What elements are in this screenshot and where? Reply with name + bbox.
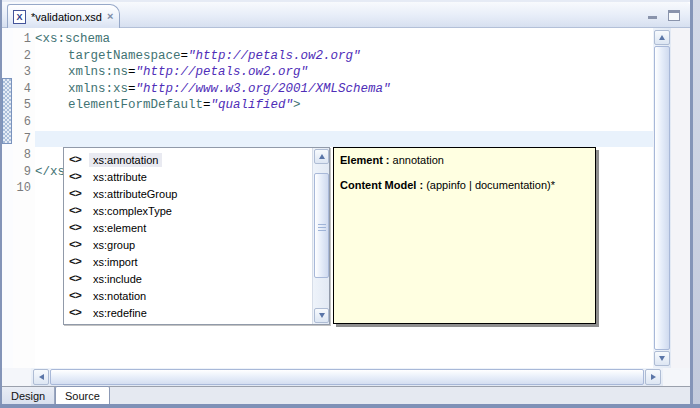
range-indicator	[2, 78, 12, 144]
line-number: 1	[13, 31, 35, 48]
horizontal-scrollbar-thumb[interactable]	[50, 369, 644, 385]
content-assist-item-label: xs:group	[89, 238, 139, 252]
scroll-right-icon[interactable]	[645, 369, 661, 385]
xml-element-icon: <>	[69, 187, 89, 200]
code-token-eq: =	[181, 49, 189, 63]
code-token-val: "http://www.w3.org/2001/XMLSchema"	[136, 82, 391, 96]
line-number-ruler[interactable]: 12345678910	[13, 28, 35, 368]
code-token-tag: <xs:schema	[35, 32, 110, 46]
scroll-up-icon[interactable]	[654, 30, 670, 45]
code-line[interactable]: xmlns:xs="http://www.w3.org/2001/XMLSche…	[35, 81, 653, 98]
line-number: 4	[13, 81, 35, 98]
minimize-view-icon[interactable]	[648, 10, 658, 20]
xsd-editor-window: X *validation.xsd × 12345678910 <xs:sche…	[0, 0, 700, 408]
window-frame-bottom	[0, 404, 700, 408]
xml-element-icon: <>	[69, 272, 89, 285]
scroll-down-icon[interactable]	[654, 351, 670, 366]
code-line[interactable]: xmlns:ns="http://petals.ow2.org"	[35, 64, 653, 81]
tab-validation-xsd[interactable]: X *validation.xsd ×	[7, 4, 120, 28]
scroll-left-icon[interactable]	[33, 369, 49, 385]
xml-element-icon: <>	[69, 221, 89, 234]
scroll-up-icon[interactable]	[314, 149, 329, 164]
content-assist-item-label: xs:include	[89, 272, 146, 286]
code-token-attr: xmlns:ns	[68, 65, 128, 79]
vertical-scrollbar-thumb[interactable]	[654, 46, 670, 350]
xml-element-icon: <>	[69, 306, 89, 319]
code-token-attr: targetNamespace	[68, 49, 181, 63]
line-number: 10	[13, 180, 35, 197]
tab-close-icon[interactable]: ×	[107, 11, 113, 22]
code-token-eq: =	[203, 98, 211, 112]
scroll-down-icon[interactable]	[314, 308, 329, 323]
content-assist-item[interactable]: <>xs:notation	[65, 287, 311, 304]
code-token-eq: =	[128, 82, 136, 96]
window-frame-outer	[693, 0, 700, 408]
code-token-attr: elementFormDefault	[68, 98, 203, 112]
tooltip-element-line: Element : annotation	[340, 153, 589, 167]
code-token-tag: >	[293, 98, 301, 112]
xml-element-icon: <>	[69, 238, 89, 251]
content-assist-item[interactable]: <>xs:complexType	[65, 202, 311, 219]
code-line[interactable]	[35, 114, 653, 131]
line-number: 6	[13, 114, 35, 131]
content-assist-item[interactable]: <>xs:annotation	[65, 151, 311, 168]
xml-element-icon: <>	[69, 255, 89, 268]
code-line[interactable]: <xs:schema	[35, 31, 653, 48]
tab-source[interactable]: Source	[55, 386, 110, 405]
content-assist-item[interactable]: <>xs:group	[65, 236, 311, 253]
content-assist-item[interactable]: <>xs:element	[65, 219, 311, 236]
tooltip-content-model-value: (appinfo | documentation)*	[423, 179, 555, 191]
annotation-ruler[interactable]	[2, 28, 13, 368]
horizontal-scrollbar[interactable]	[31, 368, 663, 386]
tooltip-element-value: annotation	[390, 154, 444, 166]
line-number: 5	[13, 97, 35, 114]
documentation-tooltip: Element : annotation Content Model : (ap…	[333, 147, 596, 324]
content-assist-item-label: xs:attribute	[89, 170, 151, 184]
content-assist-item[interactable]: <>xs:import	[65, 253, 311, 270]
current-line[interactable]	[35, 131, 653, 148]
code-line[interactable]: targetNamespace="http://petals.ow2.org"	[35, 48, 653, 65]
content-assist-scrollbar-thumb[interactable]	[314, 173, 329, 278]
tooltip-content-model-label: Content Model :	[340, 179, 423, 191]
line-number: 8	[13, 147, 35, 164]
content-assist-item[interactable]: <>xs:attributeGroup	[65, 185, 311, 202]
window-frame-left	[0, 0, 2, 408]
line-number: 7	[13, 131, 35, 148]
content-assist-item-label: xs:complexType	[89, 204, 176, 218]
content-assist-item-label: xs:annotation	[89, 153, 162, 167]
xml-element-icon: <>	[69, 204, 89, 217]
content-assist-item-label: xs:notation	[89, 289, 150, 303]
line-number: 3	[13, 64, 35, 81]
tooltip-content-model-line: Content Model : (appinfo | documentation…	[340, 178, 589, 192]
tab-design[interactable]: Design	[2, 387, 55, 405]
code-token-val: "http://petals.ow2.org"	[188, 49, 361, 63]
content-assist-scrollbar[interactable]	[312, 148, 329, 324]
content-assist-item-label: xs:redefine	[89, 306, 151, 320]
tooltip-element-label: Element :	[340, 154, 390, 166]
vertical-scrollbar[interactable]	[653, 28, 671, 368]
overview-ruler	[671, 28, 690, 368]
content-assist-item-label: xs:element	[89, 221, 150, 235]
content-assist-item[interactable]: <>xs:include	[65, 270, 311, 287]
content-assist-list[interactable]: <>xs:annotation<>xs:attribute<>xs:attrib…	[65, 149, 311, 323]
code-token-val: "http://petals.ow2.org"	[136, 65, 309, 79]
page-tab-bar: Design Source	[2, 386, 690, 404]
editor-tab-bar: X *validation.xsd ×	[2, 2, 690, 28]
line-number: 9	[13, 164, 35, 181]
content-assist-popup: <>xs:annotation<>xs:attribute<>xs:attrib…	[63, 147, 330, 325]
content-assist-item[interactable]: <>xs:attribute	[65, 168, 311, 185]
code-token-attr: xmlns:xs	[68, 82, 128, 96]
xml-element-icon: <>	[69, 170, 89, 183]
content-assist-item-label: xs:attributeGroup	[89, 187, 181, 201]
xml-element-icon: <>	[69, 289, 89, 302]
code-token-eq: =	[128, 65, 136, 79]
xml-element-icon: <>	[69, 153, 89, 166]
tab-title: *validation.xsd	[31, 11, 102, 23]
maximize-view-icon[interactable]	[668, 10, 680, 21]
code-line[interactable]: elementFormDefault="qualified">	[35, 97, 653, 114]
content-assist-item[interactable]: <>xs:redefine	[65, 304, 311, 321]
line-number: 2	[13, 48, 35, 65]
xml-file-icon: X	[13, 10, 26, 24]
horizontal-scrollbar-row	[2, 368, 690, 386]
content-assist-item-label: xs:import	[89, 255, 142, 269]
